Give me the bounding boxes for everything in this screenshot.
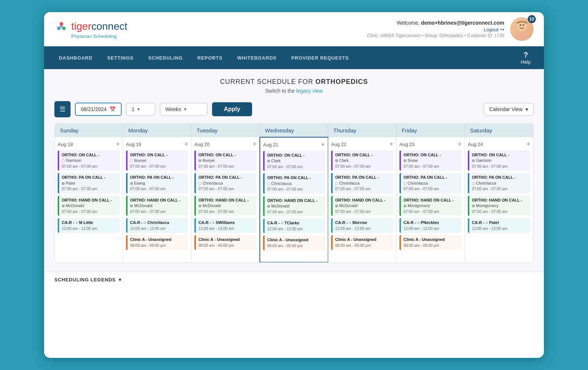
event-card[interactable]: ORTHO: ON CALL - Garrison 07:00 am - 07:… [468,150,530,171]
event-card[interactable]: ORTHO: HAND ON CALL - McDonald 07:00 am … [126,196,188,216]
logo-row: tigerconnect [54,19,128,33]
event-card[interactable]: Clinic A - Unassigned 08:00 am - 05:00 p… [399,235,462,250]
event-time: 07:00 am - 07:00 am [404,164,459,169]
help-label: Help [521,59,531,65]
day-header-tuesday: Tuesday [191,124,260,137]
event-time: 07:00 am - 07:00 am [335,209,391,214]
nav-item-whiteboards[interactable]: WHITEBOARDS [230,49,284,67]
event-card[interactable]: Clinic A - Unassigned 08:00 am - 05:00 p… [331,235,393,250]
event-time: 12:00 am - 12:00 am [130,226,186,231]
footer-bar[interactable]: SCHEDULING LEGENDS ▾ [44,271,544,288]
thursday-date: Aug 22 [331,142,346,147]
event-person: ChrisVacca [335,181,391,186]
event-card[interactable]: CA-R - ○ Morrow 12:00 am - 12:00 am [331,218,393,233]
event-card[interactable]: ORTHO: PA ON CALL - ChrisVacca 07:00 am … [399,173,462,193]
period-select[interactable]: Weeks ▾ [160,103,208,115]
event-title: CA-R - ○ ChrisVacca [130,220,186,225]
event-card[interactable]: ORTHO: PA ON CALL - ChrisVacca 07:00 am … [194,173,257,193]
nav-item-scheduling[interactable]: SCHEDULING [141,49,190,67]
event-card[interactable]: Clinic A - Unassigned 08:00 am - 05:00 p… [194,235,257,250]
event-card[interactable]: ORTHO: ON CALL - Ibuoye 07:00 am - 07:00… [126,150,188,171]
event-card[interactable]: ORTHO: HAND ON CALL - Montgomery 07:00 a… [399,196,462,216]
event-card[interactable]: ORTHO: HAND ON CALL - Montgomery 07:00 a… [468,196,530,216]
event-title: ORTHO: PA ON CALL - [404,175,459,180]
event-card[interactable]: ORTHO: ON CALL - Clark 07:00 am - 07:00 … [331,150,393,171]
event-person: Montgomery [472,203,528,209]
nav-item-provider-requests[interactable]: PROVIDER REQUESTS [284,49,356,67]
event-card[interactable]: CA-R - ○ M Little 12:00 am - 12:00 am [58,218,120,233]
event-title: ORTHO: PA ON CALL - [130,175,186,180]
event-card[interactable]: ORTHO: HAND ON CALL - McDonald 07:00 am … [263,196,325,216]
svg-point-7 [523,24,524,26]
calendar-grid: Sunday Monday Tuesday Wednesday Thursday… [54,123,534,263]
event-card[interactable]: ORTHO: PA ON CALL - Ewing 07:00 am - 07:… [126,173,188,193]
event-time: 08:00 am - 05:00 pm [335,243,391,248]
logout-row: Logout ↪ [367,26,504,32]
logout-link[interactable]: Logout [484,27,498,32]
event-card[interactable]: ORTHO: PA ON CALL - ChrisVacca 07:00 am … [263,173,325,193]
menu-button[interactable]: ☰ [54,101,71,117]
event-person: ChrisVacca [198,181,254,186]
event-card[interactable]: ORTHO: HAND ON CALL - McDonald 07:00 am … [194,196,257,216]
date-picker[interactable]: 08/21/2024 📅 [75,103,122,116]
nav-item-settings[interactable]: SETTINGS [100,49,141,67]
legacy-link-row: Switch to the legacy view [54,88,534,94]
event-card[interactable]: ORTHO: PA ON CALL - Patel 07:00 am - 07:… [58,173,120,193]
monday-add-button[interactable]: + [184,141,188,147]
event-card[interactable]: Clinic A - Unassigned 08:00 am - 05:00 p… [263,235,325,250]
wednesday-add-button[interactable]: + [321,141,325,148]
event-card[interactable]: ORTHO: PA ON CALL - ChrisVacca 07:00 am … [468,173,530,193]
event-person: McDonald [267,203,322,209]
nav-item-dashboard[interactable]: DASHBOARD [51,49,100,67]
event-title: Clinic A - Unassigned [267,237,322,243]
event-card[interactable]: ORTHO: ON CALL - Snow 07:00 am - 07:00 a… [399,150,462,171]
event-time: 08:00 am - 05:00 pm [404,243,459,248]
event-card[interactable]: ORTHO: ON CALL - Ibuoye 07:00 am - 07:00… [194,150,257,171]
tuesday-add-button[interactable]: + [252,141,257,147]
event-person: Garrison [62,158,117,163]
thursday-add-button[interactable]: + [389,141,393,147]
event-card[interactable]: CA-R - ○ TClarke 12:00 am - 12:00 am [263,218,325,233]
date-value: 08/21/2024 [81,106,107,112]
event-person: McDonald [335,203,391,209]
event-title: ORTHO: HAND ON CALL - [472,198,528,203]
calendar-view-button[interactable]: Calendar View ▾ [484,103,534,115]
event-card[interactable]: CA-R - ○ Patel 12:00 am - 12:00 am [468,218,530,233]
event-time: 07:00 am - 07:00 am [267,164,322,170]
saturday-date: Aug 24 [468,142,483,147]
event-title: ORTHO: ON CALL - [62,152,117,158]
event-card[interactable]: ORTHO: HAND ON CALL - McDonald 07:00 am … [331,196,393,216]
event-card[interactable]: CA-R - ○ SWilliams 12:00 am - 12:00 am [194,218,257,233]
weeks-number-select[interactable]: 1 ▾ [126,103,155,115]
svg-point-4 [514,33,530,41]
scheduling-legends-label: SCHEDULING LEGENDS [54,277,116,282]
help-icon: ? [521,51,531,59]
period-value: Weeks [165,106,181,112]
event-title: Clinic A - Unassigned [404,237,459,242]
legacy-view-link[interactable]: legacy view [296,88,323,94]
event-title: Clinic A - Unassigned [198,237,254,242]
event-title: ORTHO: PA ON CALL - [267,175,322,181]
saturday-add-button[interactable]: + [526,141,530,147]
event-card[interactable]: ORTHO: ON CALL - Garrison 07:00 am - 07:… [58,150,120,171]
event-card[interactable]: CA-R - ○ ChrisVacca 12:00 am - 12:00 am [126,218,188,233]
friday-add-button[interactable]: + [458,141,462,147]
header-right: Welcome, demo+hbrines@tigerconnect.com L… [367,17,534,41]
event-title: ORTHO: HAND ON CALL - [335,198,391,203]
day-col-friday: Aug 23 + ORTHO: ON CALL - Snow 07:00 am … [397,137,465,262]
day-header-wednesday: Wednesday [260,124,328,137]
event-time: 08:00 am - 05:00 pm [130,243,186,248]
help-button[interactable]: ? Help [515,46,537,69]
sunday-add-button[interactable]: + [116,141,120,147]
event-time: 07:00 am - 07:00 am [62,186,117,192]
event-card[interactable]: Clinic A - Unassigned 08:00 am - 05:00 p… [126,235,188,250]
event-card[interactable]: ORTHO: HAND ON CALL - McDonald 07:00 am … [58,196,120,216]
event-card[interactable]: CA-R - ○ PNecklen 12:00 am - 12:00 am [399,218,462,233]
apply-button[interactable]: Apply [212,102,252,116]
event-card[interactable]: ORTHO: PA ON CALL - ChrisVacca 07:00 am … [331,173,393,193]
event-title: ORTHO: PA ON CALL - [472,175,528,180]
nav-item-reports[interactable]: REPORTS [190,49,230,67]
event-card[interactable]: ORTHO: ON CALL - Clark 07:00 am - 07:00 … [263,151,325,171]
tuesday-date-row: Aug 20 + [194,141,257,147]
notification-badge[interactable]: 10 [528,15,536,23]
